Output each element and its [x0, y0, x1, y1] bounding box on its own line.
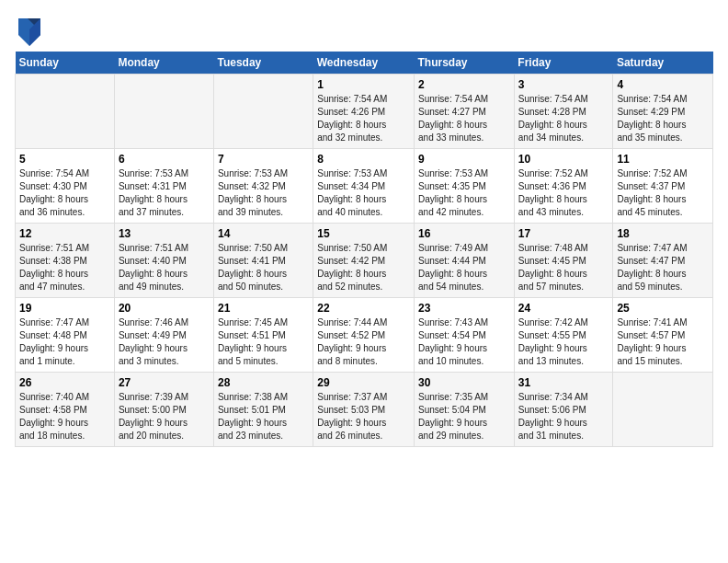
calendar-cell: 17Sunrise: 7:48 AM Sunset: 4:45 PM Dayli… — [514, 224, 613, 298]
logo — [15, 15, 44, 40]
day-number: 23 — [418, 302, 510, 315]
day-info: Sunrise: 7:45 AM Sunset: 4:51 PM Dayligh… — [218, 316, 309, 368]
day-info: Sunrise: 7:54 AM Sunset: 4:29 PM Dayligh… — [617, 93, 709, 144]
calendar-week-row: 1Sunrise: 7:54 AM Sunset: 4:26 PM Daylig… — [16, 75, 713, 149]
day-number: 6 — [119, 153, 210, 166]
calendar-cell: 2Sunrise: 7:54 AM Sunset: 4:27 PM Daylig… — [415, 75, 515, 149]
calendar-cell — [213, 75, 313, 149]
day-info: Sunrise: 7:54 AM Sunset: 4:30 PM Dayligh… — [19, 167, 110, 219]
calendar-cell: 24Sunrise: 7:42 AM Sunset: 4:55 PM Dayli… — [514, 298, 613, 373]
day-info: Sunrise: 7:54 AM Sunset: 4:28 PM Dayligh… — [518, 93, 609, 144]
day-info: Sunrise: 7:40 AM Sunset: 4:58 PM Dayligh… — [19, 391, 110, 442]
day-info: Sunrise: 7:35 AM Sunset: 5:04 PM Dayligh… — [418, 391, 510, 442]
calendar-cell: 31Sunrise: 7:34 AM Sunset: 5:06 PM Dayli… — [514, 373, 613, 447]
calendar-cell: 5Sunrise: 7:54 AM Sunset: 4:30 PM Daylig… — [16, 149, 115, 224]
calendar-cell: 3Sunrise: 7:54 AM Sunset: 4:28 PM Daylig… — [514, 75, 613, 149]
day-number: 26 — [19, 376, 110, 389]
calendar-cell: 21Sunrise: 7:45 AM Sunset: 4:51 PM Dayli… — [213, 298, 313, 373]
calendar-cell: 14Sunrise: 7:50 AM Sunset: 4:41 PM Dayli… — [213, 224, 313, 298]
day-info: Sunrise: 7:49 AM Sunset: 4:44 PM Dayligh… — [418, 242, 510, 293]
calendar-week-row: 12Sunrise: 7:51 AM Sunset: 4:38 PM Dayli… — [16, 224, 713, 298]
day-number: 24 — [518, 302, 609, 315]
day-number: 3 — [518, 78, 609, 91]
header-wednesday: Wednesday — [313, 52, 415, 75]
calendar-cell: 8Sunrise: 7:53 AM Sunset: 4:34 PM Daylig… — [313, 149, 415, 224]
day-number: 1 — [317, 78, 410, 91]
day-number: 27 — [119, 376, 210, 389]
calendar-cell: 29Sunrise: 7:37 AM Sunset: 5:03 PM Dayli… — [313, 373, 415, 447]
page-header — [15, 15, 713, 40]
day-number: 9 — [418, 153, 510, 166]
day-number: 30 — [418, 376, 510, 389]
day-number: 5 — [19, 153, 110, 166]
day-number: 21 — [218, 302, 309, 315]
calendar-cell: 11Sunrise: 7:52 AM Sunset: 4:37 PM Dayli… — [613, 149, 713, 224]
calendar-cell — [114, 75, 213, 149]
calendar-cell: 22Sunrise: 7:44 AM Sunset: 4:52 PM Dayli… — [313, 298, 415, 373]
day-info: Sunrise: 7:44 AM Sunset: 4:52 PM Dayligh… — [317, 316, 410, 368]
calendar-cell: 19Sunrise: 7:47 AM Sunset: 4:48 PM Dayli… — [16, 298, 115, 373]
day-info: Sunrise: 7:53 AM Sunset: 4:31 PM Dayligh… — [119, 167, 210, 219]
day-info: Sunrise: 7:34 AM Sunset: 5:06 PM Dayligh… — [518, 391, 609, 442]
day-number: 18 — [617, 227, 709, 240]
calendar-week-row: 26Sunrise: 7:40 AM Sunset: 4:58 PM Dayli… — [16, 373, 713, 447]
calendar-cell: 9Sunrise: 7:53 AM Sunset: 4:35 PM Daylig… — [415, 149, 515, 224]
day-info: Sunrise: 7:53 AM Sunset: 4:34 PM Dayligh… — [317, 167, 410, 219]
calendar-cell: 20Sunrise: 7:46 AM Sunset: 4:49 PM Dayli… — [114, 298, 213, 373]
day-info: Sunrise: 7:47 AM Sunset: 4:47 PM Dayligh… — [617, 242, 709, 293]
day-number: 2 — [418, 78, 510, 91]
day-number: 29 — [317, 376, 410, 389]
day-number: 15 — [317, 227, 410, 240]
header-thursday: Thursday — [415, 52, 515, 75]
day-number: 17 — [518, 227, 609, 240]
day-info: Sunrise: 7:47 AM Sunset: 4:48 PM Dayligh… — [19, 316, 110, 368]
day-number: 4 — [617, 78, 709, 91]
calendar-table: Sunday Monday Tuesday Wednesday Thursday… — [15, 52, 713, 447]
day-info: Sunrise: 7:38 AM Sunset: 5:01 PM Dayligh… — [218, 391, 309, 442]
day-info: Sunrise: 7:39 AM Sunset: 5:00 PM Dayligh… — [119, 391, 210, 442]
header-tuesday: Tuesday — [213, 52, 313, 75]
day-number: 20 — [119, 302, 210, 315]
day-number: 16 — [418, 227, 510, 240]
day-number: 25 — [617, 302, 709, 315]
day-number: 31 — [518, 376, 609, 389]
calendar-cell: 26Sunrise: 7:40 AM Sunset: 4:58 PM Dayli… — [16, 373, 115, 447]
header-sunday: Sunday — [16, 52, 115, 75]
calendar-cell: 1Sunrise: 7:54 AM Sunset: 4:26 PM Daylig… — [313, 75, 415, 149]
calendar-cell: 12Sunrise: 7:51 AM Sunset: 4:38 PM Dayli… — [16, 224, 115, 298]
calendar-cell: 15Sunrise: 7:50 AM Sunset: 4:42 PM Dayli… — [313, 224, 415, 298]
day-info: Sunrise: 7:37 AM Sunset: 5:03 PM Dayligh… — [317, 391, 410, 442]
day-info: Sunrise: 7:51 AM Sunset: 4:38 PM Dayligh… — [19, 242, 110, 293]
day-info: Sunrise: 7:41 AM Sunset: 4:57 PM Dayligh… — [617, 316, 709, 368]
day-number: 22 — [317, 302, 410, 315]
calendar-week-row: 5Sunrise: 7:54 AM Sunset: 4:30 PM Daylig… — [16, 149, 713, 224]
calendar-cell: 16Sunrise: 7:49 AM Sunset: 4:44 PM Dayli… — [415, 224, 515, 298]
calendar-cell: 30Sunrise: 7:35 AM Sunset: 5:04 PM Dayli… — [415, 373, 515, 447]
day-info: Sunrise: 7:43 AM Sunset: 4:54 PM Dayligh… — [418, 316, 510, 368]
day-info: Sunrise: 7:52 AM Sunset: 4:37 PM Dayligh… — [617, 167, 709, 219]
header-friday: Friday — [514, 52, 613, 75]
calendar-cell: 18Sunrise: 7:47 AM Sunset: 4:47 PM Dayli… — [613, 224, 713, 298]
calendar-cell: 28Sunrise: 7:38 AM Sunset: 5:01 PM Dayli… — [213, 373, 313, 447]
header-saturday: Saturday — [613, 52, 713, 75]
day-number: 19 — [19, 302, 110, 315]
day-info: Sunrise: 7:42 AM Sunset: 4:55 PM Dayligh… — [518, 316, 609, 368]
day-info: Sunrise: 7:46 AM Sunset: 4:49 PM Dayligh… — [119, 316, 210, 368]
day-number: 7 — [218, 153, 309, 166]
day-number: 8 — [317, 153, 410, 166]
day-info: Sunrise: 7:50 AM Sunset: 4:41 PM Dayligh… — [218, 242, 309, 293]
calendar-header-row: Sunday Monday Tuesday Wednesday Thursday… — [16, 52, 713, 75]
header-monday: Monday — [114, 52, 213, 75]
calendar-cell: 23Sunrise: 7:43 AM Sunset: 4:54 PM Dayli… — [415, 298, 515, 373]
day-info: Sunrise: 7:52 AM Sunset: 4:36 PM Dayligh… — [518, 167, 609, 219]
calendar-cell: 27Sunrise: 7:39 AM Sunset: 5:00 PM Dayli… — [114, 373, 213, 447]
calendar-week-row: 19Sunrise: 7:47 AM Sunset: 4:48 PM Dayli… — [16, 298, 713, 373]
calendar-cell: 10Sunrise: 7:52 AM Sunset: 4:36 PM Dayli… — [514, 149, 613, 224]
calendar-cell — [16, 75, 115, 149]
day-number: 28 — [218, 376, 309, 389]
day-info: Sunrise: 7:48 AM Sunset: 4:45 PM Dayligh… — [518, 242, 609, 293]
calendar-cell: 13Sunrise: 7:51 AM Sunset: 4:40 PM Dayli… — [114, 224, 213, 298]
day-number: 10 — [518, 153, 609, 166]
calendar-cell: 4Sunrise: 7:54 AM Sunset: 4:29 PM Daylig… — [613, 75, 713, 149]
day-info: Sunrise: 7:53 AM Sunset: 4:35 PM Dayligh… — [418, 167, 510, 219]
